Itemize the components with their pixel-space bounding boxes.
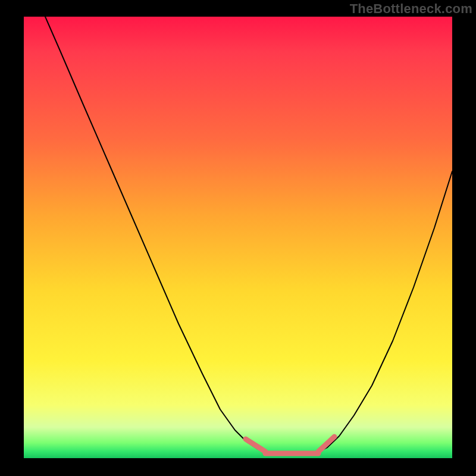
- chart-frame: TheBottleneck.com: [0, 0, 476, 476]
- plot-area: [24, 17, 452, 458]
- curve-layer: [24, 17, 452, 458]
- watermark-text: TheBottleneck.com: [350, 1, 472, 17]
- series-right-curve: [318, 171, 452, 452]
- series-bottom-bridge-outline-top-left: [246, 439, 265, 452]
- series-bottom-bridge-outline-top-right: [318, 437, 334, 452]
- series-left-curve: [45, 17, 265, 452]
